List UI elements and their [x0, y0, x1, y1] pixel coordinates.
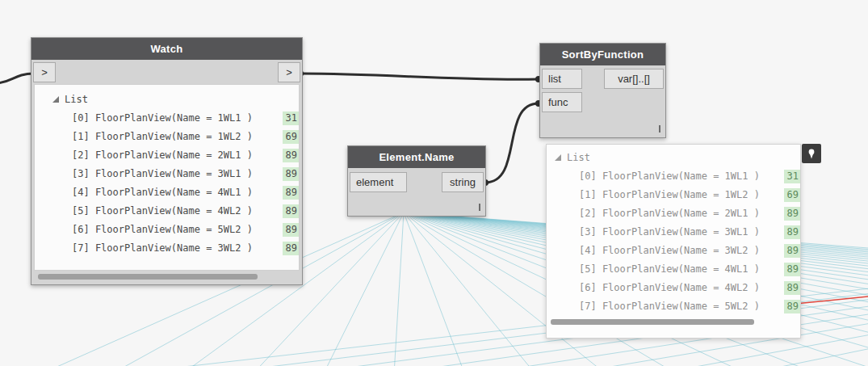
- row-label: [4] FloorPlanView(Name = 3WL2 ): [579, 245, 760, 256]
- row-label: [3] FloorPlanView(Name = 3WL1 ): [72, 168, 253, 179]
- list-label: List: [567, 152, 590, 163]
- element-name-node-header[interactable]: Element.Name: [348, 146, 485, 168]
- port-string[interactable]: string: [442, 172, 484, 192]
- watch-list-header: List: [35, 90, 299, 109]
- row-badge: 89: [283, 204, 300, 218]
- expander-icon[interactable]: [555, 154, 561, 161]
- element-name-body: element string: [348, 168, 485, 215]
- preview-pin-button[interactable]: [802, 144, 821, 163]
- watch-port-row: > >: [31, 60, 302, 84]
- row-badge: 89: [784, 300, 801, 313]
- sortbyfunction-node[interactable]: SortByFunction list func var[]..[]: [539, 43, 666, 138]
- preview-list-header: List: [547, 149, 800, 167]
- axis-x-line: [795, 297, 868, 304]
- grid-line: [362, 212, 404, 366]
- watch-list-row: [6] FloorPlanView(Name = 5WL2 )89: [35, 221, 299, 239]
- watch-horizontal-scrollbar[interactable]: [31, 271, 302, 284]
- row-badge: 89: [784, 207, 801, 221]
- row-badge: 89: [784, 244, 801, 258]
- watch-list-row: [3] FloorPlanView(Name = 3WL1 )89: [35, 165, 299, 183]
- row-badge: 69: [784, 188, 801, 202]
- resize-handle[interactable]: [479, 204, 480, 211]
- row-label: [3] FloorPlanView(Name = 3WL1 ): [579, 226, 760, 238]
- watch-list-row: [4] FloorPlanView(Name = 4WL1 )89: [35, 183, 299, 202]
- row-badge: 89: [283, 149, 300, 162]
- row-badge: 89: [283, 167, 300, 181]
- wire-elementname-to-sort-func[interactable]: [485, 103, 539, 183]
- row-badge: 89: [283, 242, 300, 255]
- watch-content: List [0] FloorPlanView(Name = 1WL1 )31 […: [34, 84, 300, 271]
- port-var-output[interactable]: var[]..[]: [604, 69, 664, 89]
- row-label: [5] FloorPlanView(Name = 4WL2 ): [72, 205, 253, 217]
- element-name-node[interactable]: Element.Name element string: [347, 145, 486, 217]
- watch-list-row: [0] FloorPlanView(Name = 1WL1 )31: [35, 109, 299, 128]
- watch-input-port[interactable]: >: [33, 62, 56, 82]
- sortbyfunction-node-header[interactable]: SortByFunction: [540, 44, 665, 65]
- wire-into-watch[interactable]: [0, 74, 34, 83]
- row-label: [2] FloorPlanView(Name = 2WL1 ): [72, 149, 253, 161]
- row-label: [6] FloorPlanView(Name = 4WL2 ): [579, 282, 760, 293]
- watch-node[interactable]: Watch > > List [0] FloorPlanView(Name = …: [31, 37, 303, 285]
- sortbyfunction-body: list func var[]..[]: [540, 65, 665, 137]
- wire-watch-to-sort-list[interactable]: [300, 74, 539, 79]
- preview-list-row: [3] FloorPlanView(Name = 3WL1 )89: [547, 223, 800, 242]
- row-label: [4] FloorPlanView(Name = 4WL1 ): [72, 187, 253, 198]
- row-label: [1] FloorPlanView(Name = 1WL2 ): [579, 189, 760, 200]
- watch-list-row: [7] FloorPlanView(Name = 3WL2 )89: [35, 239, 299, 258]
- row-badge: 31: [784, 170, 801, 183]
- preview-list-row: [7] FloorPlanView(Name = 5WL2 )89: [547, 297, 800, 316]
- row-label: [7] FloorPlanView(Name = 3WL2 ): [72, 242, 253, 254]
- watch-list-row: [2] FloorPlanView(Name = 2WL1 )89: [35, 146, 299, 165]
- preview-list-row: [6] FloorPlanView(Name = 4WL2 )89: [547, 279, 800, 297]
- watch-list-row: [5] FloorPlanView(Name = 4WL2 )89: [35, 202, 299, 221]
- row-badge: 69: [283, 130, 300, 144]
- port-func[interactable]: func: [542, 92, 582, 112]
- preview-bubble[interactable]: List [0] FloorPlanView(Name = 1WL1 )31 […: [546, 144, 801, 339]
- row-label: [6] FloorPlanView(Name = 5WL2 ): [72, 224, 253, 235]
- row-badge: 89: [283, 186, 300, 200]
- row-label: [5] FloorPlanView(Name = 4WL1 ): [579, 263, 760, 275]
- preview-list-row: [1] FloorPlanView(Name = 1WL2 )69: [547, 186, 800, 204]
- row-badge: 89: [283, 223, 300, 237]
- watch-node-header[interactable]: Watch: [31, 38, 302, 60]
- row-badge: 31: [283, 111, 300, 125]
- preview-list-row: [2] FloorPlanView(Name = 2WL1 )89: [547, 204, 800, 223]
- expander-icon[interactable]: [52, 96, 59, 103]
- watch-list-row: [1] FloorPlanView(Name = 1WL2 )69: [35, 128, 299, 146]
- list-label: List: [65, 94, 88, 105]
- row-badge: 89: [784, 263, 801, 276]
- row-label: [2] FloorPlanView(Name = 2WL1 ): [579, 208, 760, 219]
- row-label: [1] FloorPlanView(Name = 1WL2 ): [72, 131, 253, 142]
- row-label: [7] FloorPlanView(Name = 5WL2 ): [579, 301, 760, 312]
- pin-icon: [805, 147, 818, 160]
- port-element[interactable]: element: [350, 172, 407, 192]
- preview-list-row: [5] FloorPlanView(Name = 4WL1 )89: [547, 260, 800, 279]
- row-label: [0] FloorPlanView(Name = 1WL1 ): [72, 112, 253, 124]
- port-list[interactable]: list: [542, 69, 582, 89]
- resize-handle[interactable]: [659, 125, 660, 133]
- watch-output-port[interactable]: >: [278, 62, 300, 82]
- preview-list-row: [0] FloorPlanView(Name = 1WL1 )31: [547, 167, 800, 186]
- preview-horizontal-scrollbar[interactable]: [547, 316, 800, 329]
- grid-line: [824, 212, 868, 366]
- row-label: [0] FloorPlanView(Name = 1WL1 ): [579, 170, 760, 182]
- row-badge: 89: [784, 281, 801, 295]
- preview-list-row: [4] FloorPlanView(Name = 3WL2 )89: [547, 242, 800, 260]
- scrollbar-thumb[interactable]: [551, 319, 754, 325]
- row-badge: 89: [784, 225, 801, 239]
- scrollbar-thumb[interactable]: [38, 274, 258, 280]
- dynamo-workspace[interactable]: Watch > > List [0] FloorPlanView(Name = …: [0, 0, 868, 366]
